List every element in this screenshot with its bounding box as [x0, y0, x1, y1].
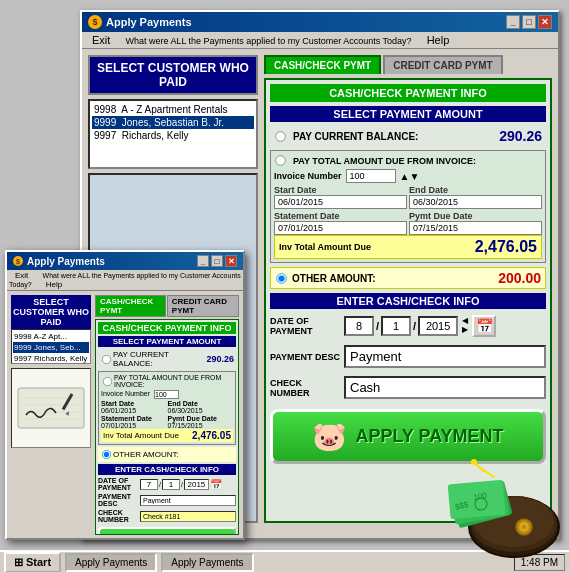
sw-close-button[interactable]: ✕: [225, 255, 237, 267]
menu-query[interactable]: What were ALL the Payments applied to my…: [119, 35, 417, 47]
panel-title: CASH/CHECK PAYMENT INFO: [270, 84, 546, 102]
sw-other-amount-radio[interactable]: [102, 450, 111, 459]
other-amount-radio[interactable]: [276, 273, 286, 283]
sw-day-input[interactable]: [162, 479, 180, 490]
sw-customer-9998[interactable]: 9998 A-Z Apt...: [13, 331, 89, 342]
sw-month-input[interactable]: [140, 479, 158, 490]
cash-check-header: ENTER CASH/CHECK INFO: [270, 293, 546, 309]
sw-inv-num-label: Invoice Number: [101, 390, 150, 399]
tab-cash-check[interactable]: CASH/CHECK PYMT: [264, 55, 381, 74]
customer-header: SELECT CUSTOMER WHO PAID: [88, 55, 258, 95]
sw-customer-list[interactable]: 9998 A-Z Apt... 9999 Jones, Seb... 9997 …: [11, 329, 91, 364]
close-button[interactable]: ✕: [538, 15, 552, 29]
customer-item-9999[interactable]: 9999 Jones, Sebastian B. Jr.: [92, 116, 254, 129]
sw-check-number-input[interactable]: [140, 511, 236, 522]
customer-item-9998[interactable]: 9998 A - Z Apartment Rentals: [92, 103, 254, 116]
tab-credit-card[interactable]: CREDIT CARD PYMT: [383, 55, 502, 74]
pay-total-row: PAY TOTAL AMOUNT DUE FROM INVOICE:: [274, 154, 542, 169]
sw-panel-title: CASH/CHECK PAYMENT INFO: [98, 322, 236, 334]
sw-check-area: [11, 368, 91, 448]
pay-total-radio[interactable]: [275, 155, 285, 165]
customer-item-9997[interactable]: 9997 Richards, Kelly: [92, 129, 254, 142]
sw-tab-credit[interactable]: CREDIT CARD PYMT: [167, 295, 239, 317]
payment-desc-input[interactable]: [344, 345, 546, 368]
statement-date-label: Statement Date: [274, 211, 407, 221]
sw-check-number-row: CHECK NUMBER: [98, 509, 236, 523]
pay-current-balance-row: PAY CURRENT BALANCE: 290.26: [270, 126, 546, 146]
customer-list[interactable]: 9998 A - Z Apartment Rentals 9999 Jones,…: [88, 99, 258, 169]
minimize-button[interactable]: _: [506, 15, 520, 29]
sw-total-row: Inv Total Amount Due 2,476.05: [101, 429, 233, 442]
select-payment-title: SELECT PAYMENT AMOUNT: [270, 106, 546, 122]
sw-title-left: $ Apply Payments: [13, 256, 105, 267]
sw-customer-header: SELECT CUSTOMER WHO PAID: [11, 295, 91, 329]
calendar-button[interactable]: 📅: [472, 315, 496, 337]
sw-tab-cash[interactable]: CASH/CHECK PYMT: [95, 295, 166, 317]
sw-content: SELECT CUSTOMER WHO PAID 9998 A-Z Apt...…: [7, 291, 243, 539]
date-month-input[interactable]: 8: [344, 316, 374, 336]
pay-current-balance-radio[interactable]: [275, 131, 285, 141]
start-date-label: Start Date: [274, 185, 407, 195]
taskbar-item-1[interactable]: Apply Payments: [65, 553, 157, 572]
sw-title-bar: $ Apply Payments _ □ ✕: [7, 252, 243, 270]
date-day-input[interactable]: 1: [381, 316, 411, 336]
sw-due-date: Pymt Due Date07/15/2015: [168, 415, 234, 429]
sw-payment-desc-label: PAYMENT DESC: [98, 493, 138, 507]
check-image: [16, 383, 86, 433]
sw-menu-help[interactable]: Help: [40, 279, 68, 290]
sw-cash-check-header: ENTER CASH/CHECK INFO: [98, 464, 236, 475]
maximize-button[interactable]: □: [522, 15, 536, 29]
end-date-value: 06/30/2015: [409, 195, 542, 209]
statement-date-value: 07/01/2015: [274, 221, 407, 235]
sw-date-input: / / 📅: [140, 479, 222, 490]
payment-desc-label: PAYMENT DESC: [270, 352, 340, 362]
sw-payment-desc-row: PAYMENT DESC: [98, 493, 236, 507]
menu-exit[interactable]: Exit: [86, 33, 116, 47]
date-of-payment-row: DATE OF PAYMENT 8 / 1 / 2015 ◀ ▶ 📅: [270, 313, 546, 339]
sw-stmt-date: Statement Date07/01/2015: [101, 415, 167, 429]
app-icon: $: [88, 15, 102, 29]
check-number-row: CHECK NUMBER: [270, 374, 546, 401]
piggy-icon: 🐷: [312, 420, 347, 453]
total-amount-row: Inv Total Amount Due 2,476.05: [274, 235, 542, 259]
sw-check-number-label: CHECK NUMBER: [98, 509, 138, 523]
windows-icon: ⊞: [14, 556, 23, 569]
sw-minimize-button[interactable]: _: [197, 255, 209, 267]
sw-left-panel: SELECT CUSTOMER WHO PAID 9998 A-Z Apt...…: [11, 295, 91, 535]
sw-total-amount: 2,476.05: [192, 430, 231, 441]
sw-window-title: Apply Payments: [27, 256, 105, 267]
invoice-section: PAY TOTAL AMOUNT DUE FROM INVOICE: Invoi…: [270, 150, 546, 263]
title-controls: _ □ ✕: [506, 15, 552, 29]
spinner-icon[interactable]: ▲▼: [400, 171, 420, 182]
invoice-number-input[interactable]: [346, 169, 396, 183]
start-button[interactable]: ⊞ Start: [4, 552, 61, 573]
sw-pay-total-label: PAY TOTAL AMOUNT DUE FROM INVOICE:: [114, 374, 233, 388]
sw-calendar-button[interactable]: 📅: [210, 479, 222, 490]
sw-date-grid: Start Date06/01/2015 End Date06/30/2015 …: [101, 400, 233, 429]
sw-tab-bar: CASH/CHECK PYMT CREDIT CARD PYMT: [95, 295, 239, 317]
sw-invoice-number-input[interactable]: [154, 390, 179, 399]
sw-payment-desc-input[interactable]: [140, 495, 236, 506]
sw-customer-9999[interactable]: 9999 Jones, Seb...: [13, 342, 89, 353]
pay-total-label: PAY TOTAL AMOUNT DUE FROM INVOICE:: [293, 156, 476, 166]
check-number-input[interactable]: [344, 376, 546, 399]
sw-piggy-icon: 🐷: [114, 532, 134, 535]
sw-app-icon: $: [13, 256, 23, 266]
money-wallet-decoration: $$$ 100: [434, 442, 564, 562]
sw-other-amount-row: OTHER AMOUNT:: [98, 447, 236, 462]
sw-current-balance-radio[interactable]: [102, 354, 111, 363]
other-amount-row: OTHER AMOUNT: 200.00: [270, 267, 546, 289]
check-number-label: CHECK NUMBER: [270, 378, 340, 398]
date-of-payment-label: DATE OF PAYMENT: [270, 316, 340, 336]
sw-panel: CASH/CHECK PAYMENT INFO SELECT PAYMENT A…: [95, 319, 239, 535]
inv-total-label: Inv Total Amount Due: [279, 242, 371, 252]
menu-help[interactable]: Help: [421, 33, 456, 47]
sw-customer-9997[interactable]: 9997 Richards, Kelly: [13, 353, 89, 364]
sw-maximize-button[interactable]: □: [211, 255, 223, 267]
sw-apply-button[interactable]: 🐷 APPLY PAYMENT: [98, 527, 236, 535]
date-year-input[interactable]: 2015: [418, 316, 458, 336]
sw-pay-total-radio[interactable]: [103, 376, 112, 385]
sw-year-input[interactable]: [184, 479, 209, 490]
secondary-window: $ Apply Payments _ □ ✕ Exit What were AL…: [5, 250, 245, 540]
taskbar-item-2[interactable]: Apply Payments: [161, 553, 253, 572]
